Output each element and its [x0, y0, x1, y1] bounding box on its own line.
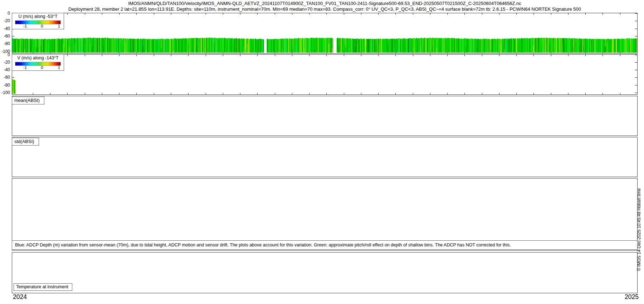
jet-colorbar: [15, 62, 61, 66]
y-tick-label: -40: [4, 68, 10, 72]
panel-std-absi: std(ABSI): [12, 137, 638, 177]
colorbar-tick-label: -1: [23, 65, 27, 70]
panel-depth-variation: Blue: ADCP Depth (m) variation from sens…: [12, 178, 638, 250]
depth-variation-lines: [12, 178, 119, 232]
colorbar-tick-label: 0: [41, 24, 43, 28]
y-tick-label: 0: [8, 11, 10, 15]
jet-colorbar: [15, 20, 61, 24]
panel-mean-absi: mean(ABSI): [12, 96, 638, 136]
panel-v-velocity: V (m/s) along -143°T -1 0 1 0-20-40-60-8…: [12, 54, 638, 95]
figure-subtitle-deployment-info: Deployment 28, member 2 lat=21.85S lon=1…: [12, 6, 638, 12]
figure-title-filename: IMOS/ANMN/QLD/TAN100/Velocity/IMOS_ANMN-…: [12, 1, 638, 6]
y-tick-label: -40: [4, 26, 10, 31]
x-axis-year-start: 2024: [13, 293, 27, 301]
x-axis-date-labels: [12, 295, 638, 303]
colorbar-tick-label: 1: [58, 65, 60, 70]
y-tick-label: -20: [4, 60, 10, 64]
y-tick-label: -60: [4, 34, 10, 38]
panel-u-velocity: U (m/s) along -53°T -1 0 1 0-20-40-60-80…: [12, 13, 638, 54]
colorbar-tick-label: 0: [41, 65, 43, 70]
y-tick-label: -80: [4, 41, 10, 46]
colorbar-tick-label: -1: [23, 24, 27, 28]
v-colorbar-legend: V (m/s) along -143°T -1 0 1: [12, 54, 64, 71]
std-absi-label: std(ABSI): [12, 138, 39, 146]
panel-temperature: Temperature at instrument: [12, 252, 638, 293]
depth-variation-annotation: Blue: ADCP Depth (m) variation from sens…: [12, 240, 638, 250]
y-tick-label: 0: [8, 53, 10, 57]
imos-copyright-watermark: © IMOS 14-Dec-2025 10:45:48 Hobart time: [636, 156, 641, 303]
u-legend-title: U (m/s) along -53°T: [12, 14, 64, 19]
y-tick-label: -60: [4, 75, 10, 79]
colorbar-tick-label: 1: [58, 24, 60, 28]
u-velocity-heatmap: [12, 13, 637, 53]
y-tick-label: -80: [4, 83, 10, 87]
imos-adcp-plot-figure: IMOS/ANMN/QLD/TAN100/Velocity/IMOS_ANMN-…: [0, 0, 644, 304]
y-tick-label: -100: [1, 90, 10, 95]
mean-absi-label: mean(ABSI): [12, 97, 44, 104]
y-tick-label: -20: [4, 19, 10, 23]
temperature-label: Temperature at instrument: [14, 283, 72, 291]
v-legend-title: V (m/s) along -143°T: [12, 55, 64, 60]
v-velocity-heatmap: [12, 55, 637, 94]
u-colorbar-legend: U (m/s) along -53°T -1 0 1: [12, 13, 64, 29]
